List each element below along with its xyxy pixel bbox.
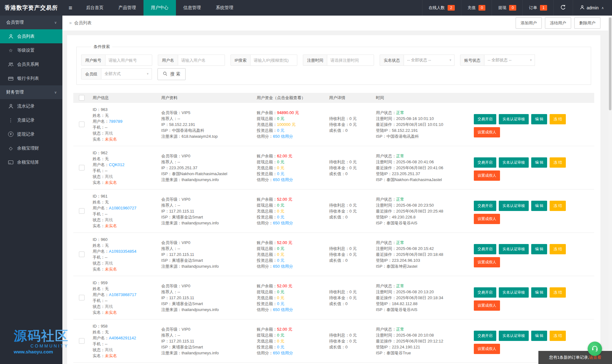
select-all-checkbox[interactable] bbox=[79, 95, 85, 101]
edit-button[interactable]: 编 辑 bbox=[531, 287, 547, 298]
trade-open-button[interactable]: 交易开启 bbox=[474, 201, 496, 211]
set-fake-button[interactable]: 设置成假人 bbox=[474, 300, 500, 311]
field-value: -- bbox=[105, 342, 108, 346]
username-link[interactable]: A10873868717 bbox=[109, 292, 136, 297]
register-time-input[interactable] bbox=[327, 55, 374, 66]
realname-audit-button[interactable]: 实名认证审核 bbox=[499, 201, 529, 211]
field-line: 推荐人：-- bbox=[161, 332, 257, 338]
freeze-button[interactable]: 冻 结 bbox=[550, 114, 566, 124]
trade-open-button[interactable]: 交易开启 bbox=[474, 114, 496, 124]
sidebar-item[interactable]: 流水记录 bbox=[0, 99, 62, 113]
field-label: 姓名： bbox=[93, 330, 105, 334]
sidebar-item[interactable]: ⋮充值记录 bbox=[0, 113, 62, 127]
username-link[interactable]: 789789 bbox=[109, 119, 122, 124]
field-label: ID： bbox=[93, 280, 101, 285]
order-stat[interactable]: 订单1 bbox=[522, 0, 553, 16]
realname-audit-button[interactable]: 实名认证审核 bbox=[499, 244, 529, 254]
scrollbar-thumb[interactable] bbox=[609, 17, 611, 110]
sidebar-item[interactable]: 银行卡列表 bbox=[0, 71, 62, 85]
nav-menu-item[interactable]: 用户中心 bbox=[143, 0, 176, 16]
freeze-button[interactable]: 冻 结 bbox=[550, 157, 566, 168]
sidebar-item[interactable]: 会员列表 bbox=[0, 29, 62, 43]
field-value: -- bbox=[105, 255, 108, 260]
field-value: VIP0 bbox=[182, 284, 190, 288]
edit-button[interactable]: 编 辑 bbox=[531, 201, 547, 211]
set-fake-button[interactable]: 设置成假人 bbox=[474, 127, 500, 137]
field-line: 最近操作：2025年08月16日 10:01:10 bbox=[376, 122, 474, 127]
member-group-select[interactable]: 全部方式▼ bbox=[101, 68, 152, 79]
sidebar-group-header[interactable]: 财务管理∨ bbox=[0, 85, 62, 99]
refresh-button[interactable] bbox=[553, 0, 573, 16]
username-link[interactable]: CQK012 bbox=[109, 162, 124, 167]
field-line: 充值总额：100000 元 bbox=[257, 122, 329, 127]
trade-open-button[interactable]: 交易开启 bbox=[474, 287, 496, 298]
field-value: 泰国Nakhon-RatchasimaJastel bbox=[172, 171, 227, 176]
row-checkbox[interactable] bbox=[79, 208, 85, 214]
row-checkbox[interactable] bbox=[79, 295, 85, 300]
sidebar-item[interactable]: ◇余额宝理财 bbox=[0, 141, 62, 155]
nav-menu-item[interactable]: 信息管理 bbox=[176, 0, 208, 16]
withdraw-stat[interactable]: 提现0 bbox=[492, 0, 522, 16]
row-checkbox[interactable] bbox=[79, 122, 85, 127]
field-value: 正常 bbox=[396, 197, 404, 202]
realname-audit-button[interactable]: 实名认证审核 bbox=[499, 331, 529, 341]
field-value: 未实名 bbox=[105, 137, 117, 141]
sidebar-item[interactable]: ¥提现记录 bbox=[0, 127, 62, 141]
add-user-button[interactable]: 添加用户 bbox=[516, 17, 542, 29]
trade-open-button[interactable]: 交易开启 bbox=[474, 157, 496, 168]
username-input[interactable] bbox=[178, 55, 225, 66]
field-line: 实名：未实名 bbox=[93, 309, 161, 315]
row-checkbox[interactable] bbox=[79, 251, 85, 257]
nav-menu-item[interactable]: 系统管理 bbox=[208, 0, 241, 16]
username-link[interactable]: A10801960727 bbox=[109, 206, 136, 210]
sidebar-item[interactable]: ☆等级设置 bbox=[0, 43, 62, 57]
ip-search-input[interactable] bbox=[250, 55, 297, 66]
realname-audit-button[interactable]: 实名认证审核 bbox=[499, 157, 529, 168]
set-fake-button[interactable]: 设置成假人 bbox=[474, 257, 500, 267]
account-status-select[interactable]: -- 全部状态 --▼ bbox=[484, 55, 535, 66]
nav-menu-item[interactable]: 产品管理 bbox=[111, 0, 143, 16]
sidebar-item[interactable]: 余额宝结算 bbox=[0, 155, 62, 169]
admin-menu[interactable]: admin ∧ bbox=[573, 0, 612, 16]
hamburger-icon[interactable]: ≡ bbox=[62, 0, 79, 16]
field-value: VIP0 bbox=[182, 154, 190, 158]
freeze-button[interactable]: 冻 结 bbox=[550, 287, 566, 298]
gem-icon: ◇ bbox=[8, 146, 14, 151]
realname-status-select[interactable]: -- 全部状态 --▼ bbox=[404, 55, 454, 66]
freeze-button[interactable]: 冻 结 bbox=[550, 201, 566, 211]
set-fake-button[interactable]: 设置成假人 bbox=[474, 344, 500, 354]
edit-button[interactable]: 编 辑 bbox=[531, 244, 547, 254]
recharge-stat[interactable]: 充值0 bbox=[461, 0, 492, 16]
field-label: 注册来源： bbox=[161, 134, 182, 139]
freeze-button[interactable]: 冻 结 bbox=[550, 244, 566, 254]
nav-menu-item[interactable]: 后台首页 bbox=[79, 0, 111, 16]
trade-open-button[interactable]: 交易开启 bbox=[474, 244, 496, 254]
vertical-scrollbar[interactable] bbox=[608, 16, 612, 364]
online-count-stat[interactable]: 在线人数2 bbox=[422, 0, 461, 16]
sidebar-group-header[interactable]: 会员管理∨ bbox=[0, 16, 62, 29]
realname-audit-button[interactable]: 实名认证审核 bbox=[499, 287, 529, 298]
set-fake-button[interactable]: 设置成假人 bbox=[474, 170, 500, 181]
delete-user-button[interactable]: 删除用户 bbox=[574, 17, 600, 29]
edit-button[interactable]: 编 辑 bbox=[531, 114, 547, 124]
field-value: 未实名 bbox=[105, 223, 117, 228]
set-fake-button[interactable]: 设置成假人 bbox=[474, 214, 500, 224]
user-account-input[interactable] bbox=[105, 55, 152, 66]
freeze-user-button[interactable]: 冻结用户 bbox=[545, 17, 571, 29]
customer-service-button[interactable] bbox=[588, 342, 602, 356]
edit-button[interactable]: 编 辑 bbox=[531, 157, 547, 168]
realname-audit-button[interactable]: 实名认证审核 bbox=[499, 114, 529, 124]
field-label: 信用分： bbox=[257, 307, 273, 312]
edit-button[interactable]: 编 辑 bbox=[531, 331, 547, 341]
freeze-button[interactable]: 冻 结 bbox=[550, 331, 566, 341]
row-checkbox[interactable] bbox=[79, 338, 85, 344]
username-link[interactable]: A40646291142 bbox=[109, 336, 136, 340]
username-link[interactable]: A10933354854 bbox=[109, 249, 136, 254]
search-button[interactable]: 搜 索 bbox=[158, 68, 186, 80]
field-label: 用户名： bbox=[93, 292, 109, 297]
row-checkbox[interactable] bbox=[79, 165, 85, 170]
trade-open-button[interactable]: 交易开启 bbox=[474, 331, 496, 341]
field-value: 无 bbox=[105, 200, 109, 204]
field-value: 650 信用分 bbox=[273, 134, 293, 139]
sidebar-item[interactable]: 会员关系网 bbox=[0, 57, 62, 71]
